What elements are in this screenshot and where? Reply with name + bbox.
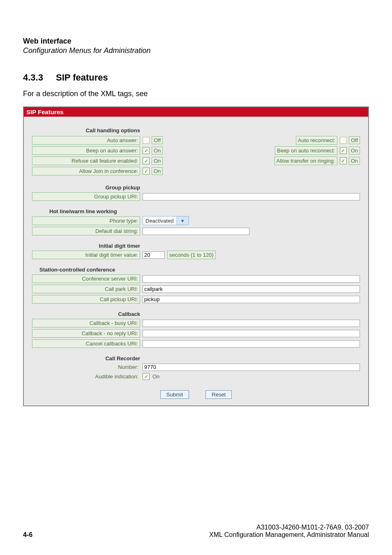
label-callback-noreply: Callback - no reply URI: — [32, 329, 140, 338]
checkbox-auto-answer[interactable]: ✓ — [143, 137, 150, 144]
row-recorder-number: Number: — [32, 363, 360, 371]
row-audible-indication: Audible indication: ✓ On — [32, 373, 360, 380]
label-cancel-callbacks: Cancel callbacks URI: — [32, 339, 140, 348]
page-footer: 4-6 A31003-J4260-M101-2-76A9, 03-2007 XM… — [23, 524, 369, 539]
hint-initial-digit: seconds (1 to 120) — [167, 251, 216, 259]
footer-doc-id: A31003-J4260-M101-2-76A9, 03-2007 — [209, 524, 369, 531]
row-phone-type: Phone type: Deactivated ▾ — [32, 216, 360, 225]
reset-button[interactable]: Reset — [205, 390, 232, 399]
label-phone-type: Phone type: — [32, 216, 140, 225]
row-default-dial: Default dial string: — [32, 227, 360, 235]
label-allow-join: Allow Join in conference: — [32, 167, 140, 175]
footer-doc-title: XML Configuration Management, Administra… — [209, 531, 369, 539]
label-beep-auto-answer: Beep on auto answer: — [32, 146, 140, 155]
state-audible-indication: On — [152, 373, 159, 380]
chevron-down-icon: ▾ — [176, 216, 189, 225]
row-beep-auto-reconnect: Beep on auto reconnect: ✓ On — [274, 146, 360, 155]
section-description: For a description of the XML tags, see — [23, 90, 369, 98]
group-heading-hotline: Hot line/warm line working — [49, 208, 360, 214]
label-group-pickup-uri: Group pickup URI: — [32, 192, 140, 201]
checkbox-audible-indication[interactable]: ✓ — [143, 373, 150, 380]
section-title: SIP features — [56, 72, 108, 83]
row-group-pickup-uri: Group pickup URI: — [32, 192, 360, 201]
row-beep-auto-answer: Beep on auto answer: ✓ On — [32, 146, 172, 155]
label-allow-transfer: Allow transfer on ringing: — [274, 157, 337, 165]
checkbox-beep-auto-reconnect[interactable]: ✓ — [340, 147, 347, 154]
checkbox-auto-reconnect[interactable]: ✓ — [340, 137, 347, 144]
state-auto-answer: Off — [152, 136, 163, 144]
input-cancel-callbacks[interactable] — [143, 340, 360, 348]
input-initial-digit[interactable] — [143, 251, 165, 259]
group-heading-recorder: Call Recorder — [32, 355, 140, 362]
row-allow-join: Allow Join in conference: ✓ On — [32, 167, 172, 175]
checkbox-allow-transfer[interactable]: ✓ — [340, 157, 347, 164]
state-beep-auto-answer: On — [152, 147, 163, 154]
label-beep-auto-reconnect: Beep on auto reconnect: — [275, 146, 337, 155]
input-conf-server-uri[interactable] — [143, 275, 360, 283]
checkbox-beep-auto-answer[interactable]: ✓ — [143, 147, 150, 154]
label-conf-server-uri: Conference server URI: — [32, 274, 140, 283]
row-callback-noreply: Callback - no reply URI: — [32, 329, 360, 338]
submit-button[interactable]: Submit — [160, 390, 189, 399]
group-heading-initial-digit: Initial digit timer — [32, 243, 140, 249]
sip-features-panel: SIP Features Call handling options Auto … — [23, 106, 369, 406]
input-callback-noreply[interactable] — [143, 330, 360, 337]
input-call-park-uri[interactable] — [143, 286, 360, 293]
input-recorder-number[interactable] — [143, 364, 360, 371]
label-audible-indication: Audible indication: — [32, 373, 140, 380]
label-recorder-number: Number: — [32, 363, 140, 371]
label-call-park-uri: Call park URI: — [32, 285, 140, 293]
group-heading-group-pickup: Group pickup — [32, 184, 140, 191]
row-auto-reconnect: Auto reconnect: ✓ Off — [274, 136, 360, 145]
row-conf-server-uri: Conference server URI: — [32, 274, 360, 283]
row-cancel-callbacks: Cancel callbacks URI: — [32, 339, 360, 348]
input-group-pickup-uri[interactable] — [143, 193, 360, 200]
label-callback-busy: Callback - busy URI: — [32, 319, 140, 327]
row-refuse-call: Refuse call feature enabled: ✓ On — [32, 157, 172, 165]
input-call-pickup-uri[interactable] — [143, 296, 360, 303]
row-auto-answer: Auto answer: ✓ Off — [32, 136, 172, 145]
page-header-subtitle: Configuration Menus for Administration — [23, 46, 369, 55]
input-callback-busy[interactable] — [143, 320, 360, 327]
checkbox-refuse-call[interactable]: ✓ — [143, 157, 150, 164]
row-call-park-uri: Call park URI: — [32, 285, 360, 293]
select-phone-type-value: Deactivated — [143, 218, 176, 224]
label-call-pickup-uri: Call pickup URI: — [32, 295, 140, 304]
state-auto-reconnect: Off — [349, 136, 360, 144]
group-heading-callback: Callback — [32, 311, 140, 317]
group-heading-call-handling: Call handling options — [32, 127, 140, 134]
section-number: 4.3.3 — [23, 72, 56, 83]
label-default-dial: Default dial string: — [32, 227, 140, 235]
page-number: 4-6 — [23, 531, 32, 539]
group-heading-conference: Station-controlled conference — [39, 267, 360, 273]
input-default-dial[interactable] — [143, 228, 249, 235]
label-auto-reconnect: Auto reconnect: — [296, 136, 337, 145]
row-initial-digit: Initial digit timer value: seconds (1 to… — [32, 251, 360, 259]
row-allow-transfer: Allow transfer on ringing: ✓ On — [274, 157, 360, 165]
state-refuse-call: On — [152, 157, 163, 165]
select-phone-type[interactable]: Deactivated ▾ — [143, 216, 189, 225]
label-auto-answer: Auto answer: — [32, 136, 140, 145]
page-header-title: Web interface — [23, 37, 369, 46]
label-initial-digit: Initial digit timer value: — [32, 251, 140, 259]
state-beep-auto-reconnect: On — [349, 147, 360, 154]
state-allow-join: On — [152, 167, 163, 175]
row-call-pickup-uri: Call pickup URI: — [32, 295, 360, 304]
checkbox-allow-join[interactable]: ✓ — [143, 168, 150, 175]
state-allow-transfer: On — [349, 157, 360, 165]
panel-title: SIP Features — [24, 107, 368, 117]
row-callback-busy: Callback - busy URI: — [32, 319, 360, 327]
label-refuse-call: Refuse call feature enabled: — [32, 157, 140, 165]
